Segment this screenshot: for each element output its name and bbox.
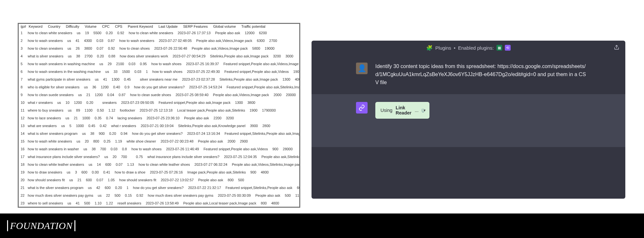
enabled-plugins-label: Enabled plugins:: [458, 45, 494, 51]
plugins-label: Plugins: [435, 45, 451, 51]
col-cpc: CPC: [102, 25, 110, 28]
table-row: 20how should sneakers fitus216000.071.05…: [19, 176, 299, 184]
tool-status-prefix: Using: [380, 108, 392, 113]
plugin-badge-linkreader-icon: ⟲: [505, 45, 511, 51]
spreadsheet-panel: ijp# Keyword Country Difficulty Volume C…: [18, 23, 300, 208]
col-serp: SERP Features: [183, 25, 207, 28]
table-row: 19how to draw sneakersus36000.000.41how …: [19, 168, 299, 176]
table-row: 1how to clean white sneakersus1955000.20…: [19, 29, 299, 37]
table-row: 22how much does silver sneakers pay gyms…: [19, 192, 299, 199]
table-row: 17what insurance plans include silver sn…: [19, 153, 299, 161]
plugins-icon: 🧩: [426, 45, 433, 51]
table-body: 1how to clean white sneakersus1955000.20…: [19, 29, 299, 208]
table-row: 8who is eligible for silver sneakersus36…: [19, 83, 299, 91]
table-row: 4what is silver sneakersus3827000.200.88…: [19, 52, 299, 60]
table-row: 9how to clean suede sneakersus2112000.04…: [19, 91, 299, 99]
chat-panel: 🧩 Plugins • Enabled plugins: ▦ ⟲ 👤 Ident…: [312, 41, 625, 199]
chat-toolbar: 🧩 Plugins • Enabled plugins: ▦ ⟲: [312, 41, 625, 55]
tool-name: Link Reader: [396, 105, 411, 115]
foundation-logo: FOUNDATION: [7, 220, 75, 231]
col-cps: CPS: [115, 25, 122, 28]
table-row: 23where to sell sneakersus415001.101.22r…: [19, 199, 299, 207]
share-button[interactable]: [614, 45, 620, 51]
user-message: 👤 Identify 30 content topic ideas from t…: [312, 55, 625, 94]
table-row: 24how does silver sneakers workus305000.…: [19, 207, 299, 208]
table-row: 16how to wash sneakers in washerus387000…: [19, 145, 299, 153]
col-lastupdate: Last Update: [159, 25, 178, 28]
col-difficulty: Difficulty: [66, 25, 79, 28]
col-global: Global volume: [213, 25, 236, 28]
table-row: 12how to lace sneakersus2110000.350.74la…: [19, 114, 299, 122]
table-row: 15how to wash white sneakersus208000.251…: [19, 137, 299, 145]
col-parent: Parent Keyword: [128, 25, 153, 28]
col-traffic: Traffic potential: [241, 25, 265, 28]
table-row: 6how to wash sneakers in the washing mac…: [19, 68, 299, 75]
linkreader-avatar-icon: [356, 102, 368, 114]
footer-bar: FOUNDATION: [0, 213, 644, 238]
plugin-badge-sheets-icon: ▦: [496, 45, 502, 51]
table-row: 3how to clean sneakersus2638000.070.92ho…: [19, 45, 299, 52]
table-row: 13what are sneakersus510000.450.42what r…: [19, 122, 299, 130]
table-row: 5how to wash sneakers in washing machine…: [19, 60, 299, 68]
table-row: 11where to buy sneakersus8911000.501.12f…: [19, 106, 299, 114]
tool-status-suffix: ...: [415, 108, 418, 113]
table-row: 18how to clean white leather sneakersus1…: [19, 161, 299, 168]
table-row: 7what gyms participate in silver sneaker…: [19, 75, 299, 83]
user-message-text: Identify 30 content topic ideas from thi…: [375, 63, 625, 86]
col-index: ijp#: [21, 25, 28, 28]
table-row: 10what r sneakersus1012000.20sneakers202…: [19, 99, 299, 106]
table-header-row: ijp# Keyword Country Difficulty Volume C…: [19, 24, 299, 29]
col-volume: Volume: [85, 25, 97, 28]
table-row: 14what is silver sneakers programus38900…: [19, 130, 299, 137]
user-avatar: 👤: [356, 63, 368, 74]
tool-status-pill[interactable]: Using Link Reader ... ▾: [375, 102, 429, 119]
table-row: 21what is the silver sneakers programus4…: [19, 184, 299, 192]
assistant-message: Using Link Reader ... ▾: [312, 94, 625, 147]
col-country: Country: [48, 25, 61, 28]
col-keyword: Keyword: [29, 25, 43, 28]
chevron-down-icon[interactable]: ▾: [424, 108, 426, 113]
table-row: 2how to wash sneakersus4143000.030.87how…: [19, 37, 299, 45]
